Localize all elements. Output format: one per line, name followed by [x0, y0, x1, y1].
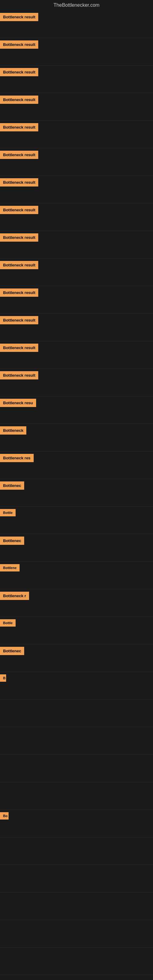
- result-row: Bo: [0, 810, 153, 837]
- bottleneck-bar[interactable]: Bottlene: [0, 564, 19, 571]
- bottleneck-bar[interactable]: Bo: [0, 812, 9, 819]
- result-row: Bottleneck result: [0, 38, 153, 65]
- result-row: [0, 920, 153, 948]
- bottleneck-bar[interactable]: Bottleneck result: [0, 261, 38, 269]
- bottleneck-bar[interactable]: Bottleneck res: [0, 454, 33, 462]
- result-row: [0, 865, 153, 892]
- bottleneck-bar[interactable]: Bottleneck result: [0, 13, 38, 21]
- result-row: [0, 727, 153, 755]
- result-row: Bottlenec: [0, 644, 153, 672]
- bottleneck-bar[interactable]: Bottleneck result: [0, 68, 38, 76]
- result-row: [0, 892, 153, 920]
- result-row: Bottlene: [0, 562, 153, 589]
- result-row: Bottleneck result: [0, 176, 153, 204]
- bottleneck-bar[interactable]: Bottleneck result: [0, 288, 38, 297]
- bottleneck-bar[interactable]: Bottleneck result: [0, 178, 38, 186]
- bottleneck-bar[interactable]: Bottleneck result: [0, 371, 38, 379]
- result-row: [0, 700, 153, 727]
- bottleneck-bar[interactable]: Bottleneck result: [0, 151, 38, 159]
- bottleneck-bar[interactable]: Bottleneck result: [0, 344, 38, 352]
- bottleneck-bar[interactable]: B: [0, 675, 6, 682]
- result-row: Bottleneck result: [0, 93, 153, 121]
- bottleneck-bar[interactable]: Bottleneck: [0, 426, 26, 434]
- bottleneck-bar[interactable]: Bottlenec: [0, 536, 24, 545]
- result-row: Bottleneck result: [0, 341, 153, 369]
- result-row: [0, 782, 153, 810]
- bottleneck-bar[interactable]: Bottleneck result: [0, 95, 38, 104]
- result-row: Bottleneck resu: [0, 396, 153, 424]
- result-row: Bottlenec: [0, 534, 153, 562]
- result-row: Bottleneck result: [0, 231, 153, 258]
- bottleneck-bar[interactable]: Bottlenec: [0, 481, 24, 490]
- result-row: Bottle: [0, 506, 153, 534]
- bottleneck-bar[interactable]: Bottle: [0, 619, 16, 627]
- bottleneck-bar[interactable]: Bottleneck result: [0, 206, 38, 214]
- bottleneck-bar[interactable]: Bottleneck result: [0, 123, 38, 131]
- result-row: Bottleneck result: [0, 313, 153, 341]
- result-row: [0, 948, 153, 975]
- bottleneck-bar[interactable]: Bottleneck result: [0, 316, 38, 324]
- result-row: Bottleneck result: [0, 148, 153, 176]
- result-row: Bottleneck result: [0, 369, 153, 396]
- result-row: B: [0, 672, 153, 700]
- bottleneck-bar[interactable]: Bottleneck result: [0, 233, 38, 242]
- bottleneck-bar[interactable]: Bottlenec: [0, 647, 24, 655]
- result-row: [0, 837, 153, 865]
- bottleneck-bar[interactable]: Bottleneck resu: [0, 399, 36, 407]
- result-row: Bottleneck result: [0, 204, 153, 231]
- result-row: Bottle: [0, 617, 153, 644]
- result-row: Bottleneck result: [0, 286, 153, 313]
- bottleneck-bar[interactable]: Bottleneck result: [0, 40, 38, 49]
- result-row: Bottleneck result: [0, 10, 153, 38]
- result-row: Bottleneck result: [0, 258, 153, 286]
- result-row: Bottleneck: [0, 424, 153, 452]
- result-row: Bottleneck r: [0, 589, 153, 617]
- result-row: Bottleneck res: [0, 452, 153, 479]
- result-row: [0, 975, 153, 980]
- result-row: Bottleneck result: [0, 121, 153, 148]
- result-row: Bottlenec: [0, 479, 153, 506]
- result-row: Bottleneck result: [0, 65, 153, 93]
- bottleneck-bar[interactable]: Bottleneck r: [0, 592, 29, 600]
- bottleneck-bar[interactable]: Bottle: [0, 509, 16, 516]
- site-title: TheBottlenecker.com: [0, 0, 153, 10]
- result-row: [0, 755, 153, 782]
